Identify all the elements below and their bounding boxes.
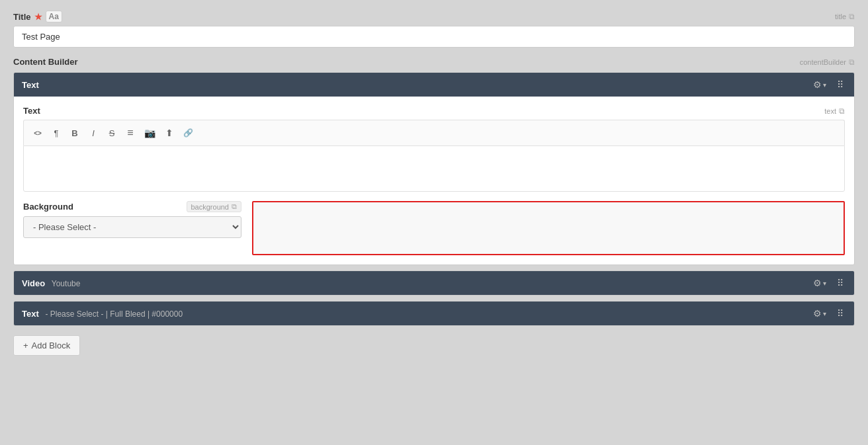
strikethrough-btn[interactable]: S xyxy=(103,124,120,142)
content-builder-tag: contentBuilder xyxy=(800,58,855,67)
text-block-1-settings-btn[interactable]: ⚙ ▾ xyxy=(810,78,829,91)
text-field-tag: text ⧉ xyxy=(824,106,845,116)
chevron-down-icon: ▾ xyxy=(823,310,826,317)
text-block-1-header: Text ⚙ ▾ ⠿ xyxy=(14,73,854,97)
text-block-1-body: Text text ⧉ <> ¶ B I S ≡ 📷 xyxy=(14,97,854,264)
title-section: Title ★ Aa title xyxy=(13,11,855,48)
title-copy-icon[interactable] xyxy=(849,12,855,21)
background-section: Background background ⧉ - Please Select … xyxy=(23,201,845,255)
text-field-tag-text: text xyxy=(824,107,836,115)
text-block-2-move-btn[interactable]: ⠿ xyxy=(834,307,846,320)
text-block-2-actions: ⚙ ▾ ⠿ xyxy=(810,307,846,320)
editor-toolbar: <> ¶ B I S ≡ 📷 ⬆ 🔗 xyxy=(23,120,845,145)
editor-content-area[interactable] xyxy=(23,145,845,192)
video-block-1-subtitle: Youtube xyxy=(52,279,81,288)
text-block-1: Text ⚙ ▾ ⠿ Text text xyxy=(13,72,855,265)
text-field-label-row: Text text ⧉ xyxy=(23,106,845,116)
video-block-1-actions: ⚙ ▾ ⠿ xyxy=(810,276,846,290)
italic-btn[interactable]: I xyxy=(85,124,102,142)
code-btn[interactable]: <> xyxy=(29,124,46,142)
text-block-1-title-area: Text xyxy=(22,80,39,90)
image-btn[interactable]: 📷 xyxy=(140,124,159,142)
video-block-1-type: Video xyxy=(22,278,45,288)
content-builder-copy-icon[interactable] xyxy=(849,58,855,67)
content-builder-section: Content Builder contentBuilder Text ⚙ ▾ xyxy=(13,57,855,356)
page-wrapper: Title ★ Aa title Content Builder content… xyxy=(0,0,868,445)
content-builder-header-row: Content Builder contentBuilder xyxy=(13,57,855,67)
content-builder-tag-text: contentBuilder xyxy=(800,58,846,66)
list-btn[interactable]: ≡ xyxy=(122,124,139,142)
background-left: Background background ⧉ - Please Select … xyxy=(23,201,241,238)
translate-icon: Aa xyxy=(46,11,62,22)
title-label-text: Title xyxy=(13,12,31,22)
bold-btn[interactable]: B xyxy=(66,124,83,142)
rich-text-editor: <> ¶ B I S ≡ 📷 ⬆ 🔗 xyxy=(23,120,845,192)
move-icon: ⠿ xyxy=(837,79,844,90)
text-field-copy-icon[interactable]: ⧉ xyxy=(839,106,845,116)
bg-tag: background ⧉ xyxy=(187,201,242,212)
text-block-2: Text - Please Select - | Full Bleed | #0… xyxy=(13,301,855,326)
link-btn[interactable]: 🔗 xyxy=(179,124,197,142)
title-label-row: Title ★ Aa title xyxy=(13,11,855,22)
gear-icon: ⚙ xyxy=(813,79,822,90)
text-block-2-type: Text xyxy=(22,309,39,319)
video-block-1-title-area: Video Youtube xyxy=(22,278,80,288)
paragraph-btn[interactable]: ¶ xyxy=(48,124,65,142)
content-builder-label: Content Builder xyxy=(13,57,78,67)
gear-icon: ⚙ xyxy=(813,278,822,288)
add-block-label: Add Block xyxy=(32,341,71,350)
title-tag-text: title xyxy=(835,13,846,20)
add-block-button[interactable]: + Add Block xyxy=(13,335,80,356)
title-tag: title xyxy=(835,12,855,21)
background-preview-area xyxy=(252,201,845,255)
move-icon: ⠿ xyxy=(837,308,844,319)
video-block-1: Video Youtube ⚙ ▾ ⠿ xyxy=(13,270,855,296)
text-block-2-title-area: Text - Please Select - | Full Bleed | #0… xyxy=(22,309,183,319)
required-indicator: ★ xyxy=(34,12,42,22)
text-block-2-settings-btn[interactable]: ⚙ ▾ xyxy=(810,307,829,320)
video-block-1-settings-btn[interactable]: ⚙ ▾ xyxy=(810,276,829,290)
title-input[interactable] xyxy=(13,26,855,48)
video-block-1-move-btn[interactable]: ⠿ xyxy=(834,276,846,290)
background-select[interactable]: - Please Select - Full Bleed Contained xyxy=(23,216,241,238)
bg-label-row: Background background ⧉ xyxy=(23,201,241,212)
text-block-1-move-btn[interactable]: ⠿ xyxy=(834,78,846,91)
text-block-1-type: Text xyxy=(22,80,39,90)
text-block-2-header: Text - Please Select - | Full Bleed | #0… xyxy=(14,302,854,325)
upload-btn[interactable]: ⬆ xyxy=(161,124,178,142)
bg-label: Background xyxy=(23,202,73,212)
text-field-label: Text xyxy=(23,106,40,116)
plus-icon: + xyxy=(23,341,28,350)
bg-copy-icon[interactable]: ⧉ xyxy=(232,202,237,211)
text-block-1-actions: ⚙ ▾ ⠿ xyxy=(810,78,846,91)
move-icon: ⠿ xyxy=(837,278,844,288)
gear-icon: ⚙ xyxy=(813,308,822,319)
video-block-1-header: Video Youtube ⚙ ▾ ⠿ xyxy=(14,271,854,295)
text-block-2-subtitle: - Please Select - | Full Bleed | #000000 xyxy=(45,309,183,319)
chevron-down-icon: ▾ xyxy=(823,81,826,89)
title-label: Title ★ Aa xyxy=(13,11,62,22)
chevron-down-icon: ▾ xyxy=(823,280,826,287)
bg-tag-text: background xyxy=(191,203,230,211)
